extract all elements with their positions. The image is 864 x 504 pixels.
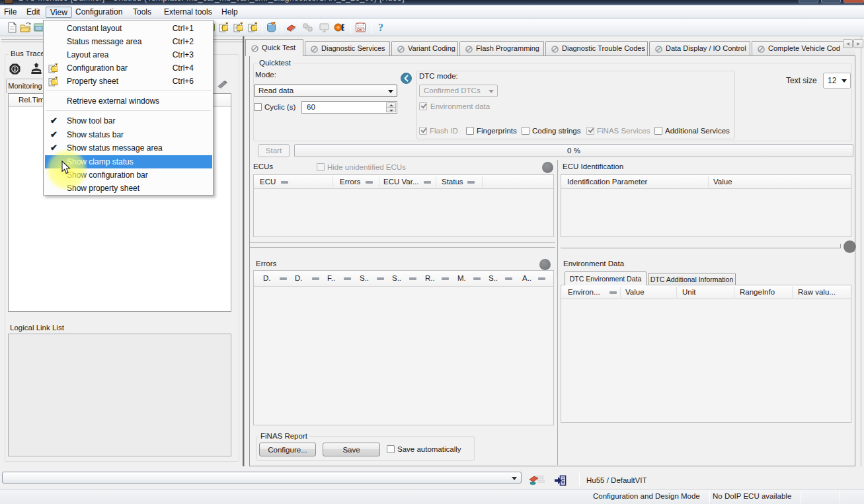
environment-data-table-header[interactable]: Environ... Value Unit RangeInfo Raw valu… <box>561 285 851 299</box>
horizontal-splitter[interactable] <box>250 247 555 248</box>
tab-diagnostic-services[interactable]: Diagnostic Services <box>305 41 390 55</box>
menu-item-property-sheet[interactable]: Property sheet Ctrl+6 <box>45 75 212 88</box>
check-ok-icon[interactable]: OK? <box>355 22 366 33</box>
splitter-knob[interactable] <box>844 240 856 253</box>
column-errors[interactable]: Errors <box>340 178 360 186</box>
mode-combobox[interactable]: Read data <box>254 85 397 97</box>
column-s3[interactable]: S.. <box>489 274 498 282</box>
close-button[interactable] <box>844 0 864 3</box>
filter-dash-icon[interactable] <box>312 277 319 280</box>
coding-strings-checkbox[interactable] <box>522 127 530 135</box>
eject-icon[interactable] <box>30 63 43 75</box>
column-s2[interactable]: S.. <box>392 274 401 282</box>
column-d1[interactable]: D. <box>263 274 271 282</box>
filter-dash-icon[interactable] <box>609 291 617 294</box>
menu-edit[interactable]: Edit <box>22 7 44 18</box>
filter-dash-icon[interactable] <box>409 277 416 280</box>
tab-variant-coding[interactable]: Variant Coding <box>391 41 458 55</box>
panel-splitter[interactable] <box>243 36 245 466</box>
ecus-table[interactable]: ECU Errors ECU Var... Status <box>253 174 554 237</box>
filter-dash-icon[interactable] <box>366 181 373 184</box>
layout-icon-3[interactable] <box>247 22 258 33</box>
tab-quick-test[interactable]: Quick Test <box>245 39 303 56</box>
tab-scroll-left-button[interactable]: ◀ <box>843 39 853 48</box>
slider-track[interactable] <box>561 248 841 248</box>
eraser-icon[interactable] <box>286 22 297 33</box>
configure-button[interactable]: Configure... <box>259 443 316 456</box>
menu-external-tools[interactable]: External tools <box>160 7 216 18</box>
cyclic-checkbox[interactable] <box>254 103 262 111</box>
column-value[interactable]: Value <box>713 178 732 186</box>
menu-tools[interactable]: Tools <box>129 7 155 18</box>
tab-dtc-additional-information[interactable]: DTC Additional Information <box>648 273 736 285</box>
filter-dash-icon[interactable] <box>505 277 512 280</box>
additional-services-checkbox[interactable] <box>654 127 662 135</box>
tab-complete-vehicle-coding[interactable]: Complete Vehicle Cod <box>752 41 855 55</box>
clear-messages-icon[interactable] <box>528 474 545 486</box>
menu-file[interactable]: File <box>0 7 20 18</box>
text-size-combobox[interactable]: 12 <box>823 73 851 89</box>
maximize-button[interactable] <box>821 0 841 3</box>
column-ecu-variant[interactable]: ECU Var... <box>383 178 418 186</box>
column-status[interactable]: Status <box>442 178 463 186</box>
menu-item-configuration-bar[interactable]: Configuration bar Ctrl+4 <box>45 61 212 75</box>
goto-message-icon[interactable] <box>554 475 567 486</box>
open-file-icon[interactable] <box>20 22 31 33</box>
collapse-panel-button[interactable] <box>401 73 412 84</box>
horizontal-splitter[interactable] <box>250 242 555 243</box>
column-environ[interactable]: Environ... <box>568 288 600 296</box>
start-button[interactable]: Start <box>258 144 290 157</box>
filter-dash-icon[interactable] <box>281 181 288 184</box>
column-f[interactable]: F.. <box>327 274 335 282</box>
filter-dash-icon[interactable] <box>442 277 449 280</box>
menu-item-show-status-bar[interactable]: ✔ Show status bar <box>45 128 212 141</box>
ecus-table-header[interactable]: ECU Errors ECU Var... Status <box>254 175 553 189</box>
column-identification-parameter[interactable]: Identification Parameter <box>567 178 647 186</box>
filter-dash-icon[interactable] <box>344 277 351 280</box>
column-a[interactable]: A.. <box>522 274 531 282</box>
column-m[interactable]: M. <box>457 274 466 282</box>
menu-item-constant-layout[interactable]: Constant layout Ctrl+1 <box>45 22 212 35</box>
help-icon[interactable]: ? <box>375 22 387 33</box>
tab-data-display-io-control[interactable]: Data Display / IO Control <box>649 41 750 55</box>
column-rel-time[interactable]: Rel.Tim <box>19 96 44 104</box>
column-d2[interactable]: D. <box>295 274 303 282</box>
menu-item-layout-area[interactable]: Layout area Ctrl+3 <box>45 48 212 61</box>
column-ecu[interactable]: ECU <box>260 178 276 186</box>
column-env-value[interactable]: Value <box>625 288 645 296</box>
new-file-icon[interactable] <box>7 22 18 33</box>
layout-icon-1[interactable] <box>218 22 229 33</box>
logical-link-list[interactable] <box>8 334 231 456</box>
filter-dash-icon[interactable] <box>424 181 431 184</box>
filter-dash-icon[interactable] <box>538 277 545 280</box>
menu-configuration[interactable]: Configuration <box>71 7 126 18</box>
environment-data-table[interactable]: Environ... Value Unit RangeInfo Raw valu… <box>561 285 851 423</box>
minimize-button[interactable] <box>799 0 818 3</box>
ecu-identification-table-header[interactable]: Identification Parameter Value <box>561 175 851 189</box>
stop-info-icon[interactable] <box>9 63 21 75</box>
cyclic-spinner[interactable]: 60 <box>301 101 397 114</box>
ecu-identification-table[interactable]: Identification Parameter Value <box>561 174 851 237</box>
filter-dash-icon[interactable] <box>280 277 287 280</box>
menu-item-show-tool-bar[interactable]: ✔ Show tool bar <box>45 114 212 127</box>
errors-table-header[interactable]: D. D. F.. S.. S.. R.. M. S.. A.. <box>254 271 553 287</box>
layout-icon-2[interactable] <box>233 22 244 33</box>
oe-icon[interactable] <box>334 22 345 33</box>
menu-item-status-message-area[interactable]: Status message area Ctrl+2 <box>45 35 212 48</box>
spin-down-button[interactable] <box>386 107 396 112</box>
save-automatically-checkbox[interactable] <box>387 445 395 453</box>
menu-item-retrieve-external-windows[interactable]: Retrieve external windows <box>45 94 212 108</box>
column-s1[interactable]: S.. <box>360 274 369 282</box>
column-r[interactable]: R.. <box>425 274 435 282</box>
column-raw-value[interactable]: Raw valu... <box>798 288 836 296</box>
column-unit[interactable]: Unit <box>682 288 695 296</box>
save-button[interactable]: Save <box>323 443 380 456</box>
tab-flash-programming[interactable]: Flash Programming <box>459 41 544 55</box>
filter-dash-icon[interactable] <box>377 277 384 280</box>
menu-view[interactable]: View <box>46 7 72 18</box>
fingerprints-checkbox[interactable] <box>466 127 474 135</box>
column-divider[interactable] <box>557 160 558 465</box>
tab-scroll-right-button[interactable]: ▶ <box>853 39 863 48</box>
filter-dash-icon[interactable] <box>473 277 481 280</box>
paint-bucket-icon[interactable] <box>266 22 277 33</box>
